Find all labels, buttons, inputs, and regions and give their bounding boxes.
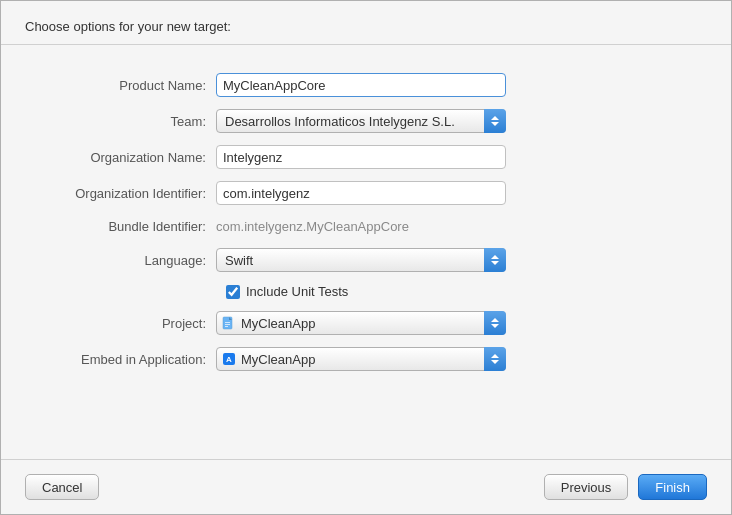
- team-label: Team:: [41, 114, 216, 129]
- project-row: Project: MyCleanApp: [41, 311, 691, 335]
- org-id-input[interactable]: [216, 181, 506, 205]
- project-label: Project:: [41, 316, 216, 331]
- bundle-id-value: com.intelygenz.MyCleanAppCore: [216, 217, 506, 236]
- header-title: Choose options for your new target:: [25, 19, 231, 34]
- language-select-wrapper: Swift Objective-C: [216, 248, 506, 272]
- product-name-row: Product Name:: [41, 73, 691, 97]
- finish-button[interactable]: Finish: [638, 474, 707, 500]
- embed-select-wrapper: A MyCleanApp: [216, 347, 506, 371]
- product-name-input[interactable]: [216, 73, 506, 97]
- team-row: Team: Desarrollos Informaticos Intelygen…: [41, 109, 691, 133]
- language-select[interactable]: Swift Objective-C: [216, 248, 506, 272]
- org-id-row: Organization Identifier:: [41, 181, 691, 205]
- bundle-id-label: Bundle Identifier:: [41, 219, 216, 234]
- bundle-id-row: Bundle Identifier: com.intelygenz.MyClea…: [41, 217, 691, 236]
- team-select[interactable]: Desarrollos Informaticos Intelygenz S.L.: [216, 109, 506, 133]
- language-label: Language:: [41, 253, 216, 268]
- project-select-wrapper: MyCleanApp: [216, 311, 506, 335]
- include-tests-label[interactable]: Include Unit Tests: [226, 284, 348, 299]
- include-tests-text: Include Unit Tests: [246, 284, 348, 299]
- dialog-header: Choose options for your new target:: [1, 1, 731, 45]
- embed-row: Embed in Application: A MyCleanApp: [41, 347, 691, 371]
- dialog: Choose options for your new target: Prod…: [0, 0, 732, 515]
- org-id-label: Organization Identifier:: [41, 186, 216, 201]
- product-name-label: Product Name:: [41, 78, 216, 93]
- include-tests-checkbox[interactable]: [226, 285, 240, 299]
- dialog-footer: Cancel Previous Finish: [1, 459, 731, 514]
- form-content: Product Name: Team: Desarrollos Informat…: [1, 45, 731, 459]
- team-select-wrapper: Desarrollos Informaticos Intelygenz S.L.: [216, 109, 506, 133]
- org-name-input[interactable]: [216, 145, 506, 169]
- project-select[interactable]: MyCleanApp: [216, 311, 506, 335]
- language-row: Language: Swift Objective-C: [41, 248, 691, 272]
- include-tests-row: Include Unit Tests: [226, 284, 691, 299]
- embed-label: Embed in Application:: [41, 352, 216, 367]
- previous-button[interactable]: Previous: [544, 474, 629, 500]
- org-name-row: Organization Name:: [41, 145, 691, 169]
- embed-select[interactable]: MyCleanApp: [216, 347, 506, 371]
- cancel-button[interactable]: Cancel: [25, 474, 99, 500]
- org-name-label: Organization Name:: [41, 150, 216, 165]
- footer-right-buttons: Previous Finish: [544, 474, 707, 500]
